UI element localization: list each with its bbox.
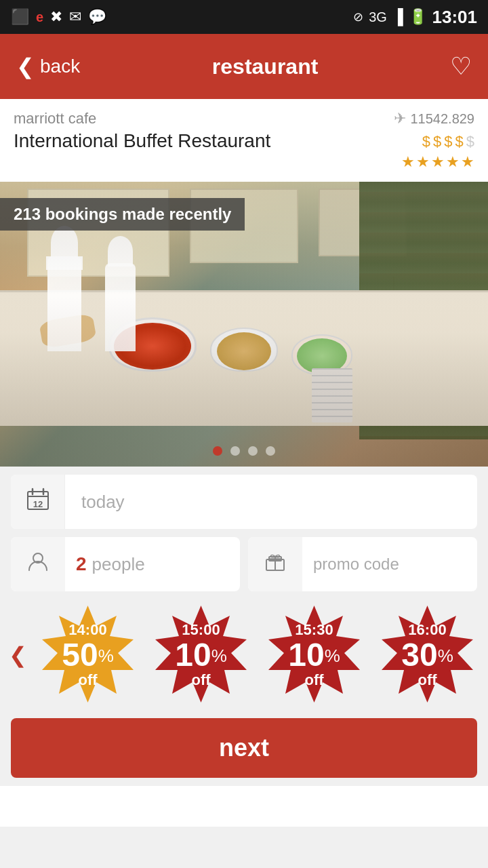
next-button[interactable]: next [11,718,477,778]
back-button[interactable]: ❮ back [16,54,80,79]
date-placeholder: today [65,492,477,513]
star-2: ★ [416,153,430,171]
time-slot-3[interactable]: 15:30 10% off [262,602,367,707]
back-chevron-icon: ❮ [16,54,35,79]
restaurant-full-name: International Buffet Restaurant [14,130,270,152]
bottom-area [0,786,488,827]
gift-icon-box [248,537,302,591]
favorite-heart-icon[interactable]: ♡ [450,52,472,81]
people-field[interactable]: 2 people [11,537,240,591]
back-label[interactable]: back [40,56,80,77]
person-icon-box [11,537,65,591]
clock: 13:01 [432,7,478,28]
time-next-button[interactable]: ❯ [485,628,488,682]
bookings-text: 213 bookings made recently [14,205,231,223]
photos-icon: ⬛ [11,8,29,26]
no-signal-icon: ⊘ [353,9,363,24]
price-row: $ $ $ $ $ [394,133,474,151]
svg-text:12: 12 [33,499,42,509]
price-dollar-5: $ [466,133,474,151]
status-icons-right: ⊘ 3G ▐ 🔋 13:01 [353,7,477,28]
time-slot-1[interactable]: 14:00 50% off [35,602,140,707]
stars-row: ★ ★ ★ ★ ★ [394,153,474,171]
restaurant-image: 213 bookings made recently [0,182,488,467]
time-prev-button[interactable]: ❮ [5,628,30,682]
dot-2[interactable] [230,446,240,456]
image-dots [213,446,275,456]
slot-4-off: off [401,671,453,689]
svg-rect-1 [28,496,48,497]
restaurant-name-block: marriott cafe International Buffet Resta… [14,110,270,152]
gift-icon [264,551,286,578]
people-content: 2 people [65,553,156,575]
calendar-icon: 12 [26,487,50,517]
restaurant-info: marriott cafe International Buffet Resta… [0,99,488,182]
distance-value: 11542.829 [410,111,474,127]
time-slots: 14:00 50% off 15:00 10% off [35,602,480,707]
date-selector[interactable]: 12 today [11,475,477,529]
slot-3-off: off [288,671,340,689]
signal-bars: ▐ [392,8,403,26]
slot-2-discount: 10 [175,637,211,673]
navigation-icon: ✈ [394,110,406,127]
dot-3[interactable] [248,446,258,456]
slot-1-discount: 50 [62,637,98,673]
star-4: ★ [446,153,460,171]
bookings-badge: 213 bookings made recently [0,198,245,231]
page-title: restaurant [212,54,319,79]
restaurant-meta: ✈ 11542.829 $ $ $ $ $ ★ ★ ★ ★ ★ [394,110,474,171]
price-dollar-1: $ [422,133,430,151]
star-3: ★ [431,153,445,171]
mail-icon: ✉ [69,8,81,26]
person-icon [27,551,49,578]
wifi-icon: ✖ [50,8,62,26]
time-slot-4[interactable]: 16:00 30% off [375,602,480,707]
status-bar: ⬛ e ✖ ✉ 💬 ⊘ 3G ▐ 🔋 13:01 [0,0,488,34]
price-dollar-2: $ [433,133,441,151]
time-slot-2[interactable]: 15:00 10% off [148,602,253,707]
star-5: ★ [461,153,474,171]
price-dollar-4: $ [455,133,464,151]
slot-1-off: off [62,671,114,689]
status-icons-left: ⬛ e ✖ ✉ 💬 [11,8,106,26]
star-1: ★ [401,153,415,171]
price-dollar-3: $ [444,133,452,151]
dot-1[interactable] [213,446,222,456]
network-type: 3G [369,9,387,25]
people-count: 2 [76,553,87,575]
message-icon: 💬 [88,8,106,26]
calendar-icon-box: 12 [11,475,65,529]
restaurant-short-name: marriott cafe [14,110,270,127]
dot-4[interactable] [266,446,275,456]
slot-3-discount: 10 [288,637,324,673]
booking-row: 2 people promo code [11,537,477,591]
promo-placeholder: promo code [313,555,399,574]
app-icon-e: e [36,9,43,25]
app-header: ❮ back restaurant ♡ [0,34,488,99]
promo-content: promo code [302,555,410,574]
slot-2-off: off [175,671,227,689]
promo-field[interactable]: promo code [248,537,477,591]
people-label: people [92,554,145,575]
battery-icon: 🔋 [409,8,427,26]
time-slots-container: ❮ 14:00 50% off 15:00 10% [0,602,488,707]
restaurant-distance: ✈ 11542.829 [394,110,474,127]
slot-4-discount: 30 [401,637,437,673]
